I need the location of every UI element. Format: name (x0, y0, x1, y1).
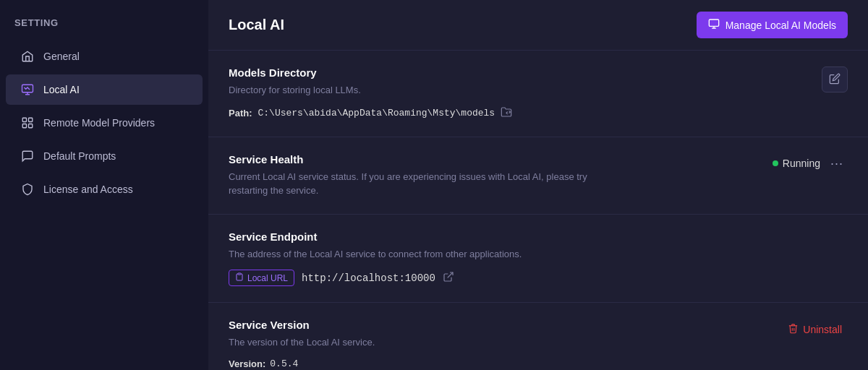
service-health-title: Service Health (229, 153, 755, 165)
content-area: Models Directory Directory for storing l… (208, 51, 868, 370)
svg-line-7 (448, 272, 453, 278)
clipboard-icon (235, 272, 244, 283)
monitor-icon (20, 82, 35, 97)
service-endpoint-title: Service Endpoint (229, 231, 848, 243)
manage-btn-icon (708, 18, 720, 32)
sidebar-item-local-ai[interactable]: Local AI (6, 74, 203, 105)
svg-rect-0 (22, 85, 33, 92)
path-row: Path: C:\Users\abida\AppData\Roaming\Mst… (229, 106, 804, 121)
version-label: Version: (229, 358, 265, 369)
svg-rect-1 (22, 118, 26, 121)
sidebar: Setting General Local AI (0, 0, 208, 370)
status-dot (773, 160, 778, 166)
sidebar-item-license-and-access[interactable]: License and Access (6, 174, 203, 205)
path-value: C:\Users\abida\AppData\Roaming\Msty\mode… (258, 108, 495, 119)
status-text: Running (783, 158, 820, 169)
service-health-more-button[interactable]: ··· (826, 153, 848, 174)
shield-icon (20, 182, 35, 197)
manage-local-ai-models-button[interactable]: Manage Local AI Models (697, 12, 848, 38)
edit-directory-button[interactable] (822, 66, 848, 92)
service-endpoint-desc: The address of the Local AI service to c… (229, 247, 590, 262)
path-label: Path: (229, 108, 252, 119)
main-content: Local AI Manage Local AI Models Models D… (208, 0, 868, 370)
svg-rect-2 (29, 118, 33, 121)
sidebar-item-license-label: License and Access (43, 184, 133, 195)
sidebar-item-remote-model-providers[interactable]: Remote Model Providers (6, 108, 203, 138)
sidebar-item-local-ai-label: Local AI (43, 84, 80, 95)
svg-rect-5 (709, 20, 718, 26)
status-badge: Running (773, 158, 820, 169)
trash-icon (788, 323, 799, 336)
svg-rect-4 (29, 124, 33, 128)
service-version-section: Service Version The version of the Local… (208, 303, 868, 370)
grid-icon (20, 116, 35, 130)
edit-icon (829, 73, 841, 87)
svg-rect-3 (22, 124, 26, 128)
sidebar-item-default-prompts[interactable]: Default Prompts (6, 141, 203, 171)
models-directory-section: Models Directory Directory for storing l… (208, 51, 868, 137)
models-directory-desc: Directory for storing local LLMs. (229, 83, 590, 98)
manage-btn-label: Manage Local AI Models (726, 20, 836, 31)
uninstall-button[interactable]: Uninstall (782, 319, 848, 340)
main-header: Local AI Manage Local AI Models (208, 0, 868, 51)
endpoint-row: Local URL http://localhost:10000 (229, 270, 848, 286)
sidebar-item-general-label: General (43, 51, 80, 62)
page-title: Local AI (229, 17, 284, 33)
sidebar-item-general[interactable]: General (6, 41, 203, 72)
service-health-section: Service Health Current Local AI service … (208, 137, 868, 215)
service-endpoint-section: Service Endpoint The address of the Loca… (208, 215, 868, 304)
chat-icon (20, 149, 35, 163)
svg-rect-6 (238, 273, 241, 275)
sidebar-item-remote-label: Remote Model Providers (43, 117, 155, 129)
service-version-title: Service Version (229, 319, 765, 331)
service-health-desc: Current Local AI service status. If you … (229, 170, 590, 198)
uninstall-label: Uninstall (803, 324, 842, 335)
home-icon (20, 49, 35, 64)
version-value: 0.5.4 (270, 358, 298, 369)
folder-open-icon[interactable] (501, 106, 512, 121)
endpoint-value: http://localhost:10000 (302, 272, 435, 284)
sidebar-item-default-prompts-label: Default Prompts (43, 150, 116, 162)
local-url-badge[interactable]: Local URL (229, 270, 294, 286)
service-version-desc: The version of the Local AI service. (229, 335, 590, 350)
copy-link-icon[interactable] (443, 271, 454, 285)
local-url-label: Local URL (247, 273, 288, 283)
version-row: Version: 0.5.4 (229, 358, 765, 369)
models-directory-title: Models Directory (229, 66, 804, 79)
sidebar-title: Setting (0, 17, 208, 40)
